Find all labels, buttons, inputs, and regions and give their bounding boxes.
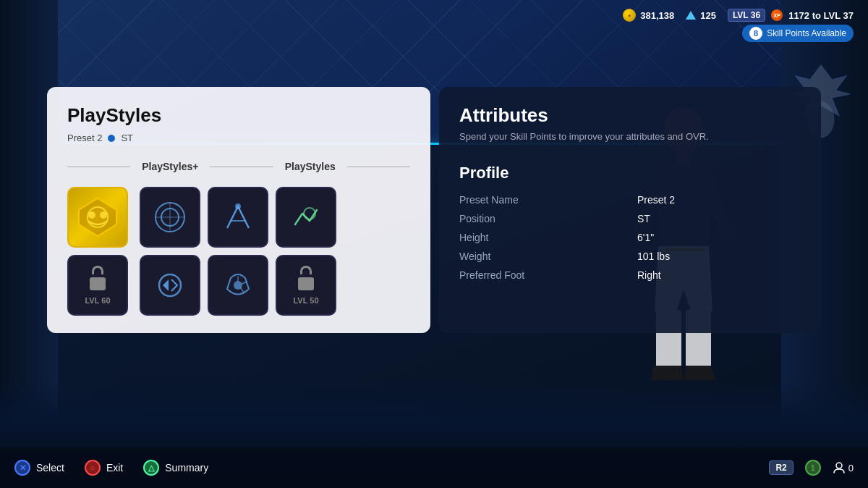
- triangle-button-icon: △: [143, 460, 159, 476]
- lock-body: [90, 277, 106, 290]
- playstyle-slot-1[interactable]: [140, 187, 200, 248]
- playstyles-panel: PlayStyles Preset 2 ST PlayStyles+ PlayS…: [47, 87, 430, 333]
- height-value: 6'1": [637, 232, 801, 243]
- divider-mid: [210, 167, 273, 167]
- triangle-icon: [686, 11, 696, 20]
- lock-body-6: [298, 277, 314, 290]
- bottom-right-controls: R2 1 0: [769, 460, 854, 476]
- x-button-icon: ✕: [14, 460, 30, 476]
- person-count: 0: [848, 463, 854, 474]
- triangle-currency: 125: [686, 10, 716, 21]
- person-icon: [833, 461, 846, 474]
- playstyle-slot-5[interactable]: [208, 255, 268, 316]
- level-badge: LVL 36: [728, 9, 765, 22]
- preset-name-value: Preset 2: [637, 194, 801, 206]
- playstyle-plus-slot-1[interactable]: [67, 187, 128, 248]
- svg-point-10: [88, 211, 95, 219]
- divider-right: [347, 167, 410, 167]
- skill-points-badge: 8 Skill Points Available: [742, 25, 854, 42]
- weight-value: 101 lbs: [637, 251, 801, 262]
- level-info: LVL 36 XP 1172 to LVL 37: [728, 9, 854, 22]
- preferred-foot-value: Right: [637, 269, 801, 281]
- coin-amount: 381,138: [640, 10, 674, 21]
- triangle-amount: 125: [700, 10, 716, 21]
- preferred-foot-label: Preferred Foot: [459, 269, 623, 281]
- currency-row: ● 381,138 125 LVL 36 XP 1172 to LVL 37: [623, 9, 854, 22]
- svg-point-14: [235, 203, 241, 209]
- r2-badge: R2: [769, 460, 793, 475]
- xp-text: 1172 to LVL 37: [788, 10, 854, 21]
- skill-points-row: 8 Skill Points Available: [742, 25, 854, 42]
- circle-count-badge: 1: [805, 460, 821, 476]
- lock-icon-slot6: LVL 50: [293, 266, 318, 305]
- exit-label: Exit: [106, 462, 123, 474]
- select-action[interactable]: ✕ Select: [14, 460, 64, 476]
- categories-row: PlayStyles+ PlayStyles: [67, 161, 410, 172]
- profile-grid: Preset Name Preset 2 Position ST Height …: [459, 194, 801, 281]
- playstyles-col: LVL 50: [140, 187, 336, 316]
- playstyle-slot-4[interactable]: [140, 255, 200, 316]
- attributes-panel: Attributes Spend your Skill Points to im…: [439, 87, 821, 333]
- svg-point-18: [836, 463, 842, 468]
- svg-marker-8: [79, 198, 116, 236]
- skill-points-number: 8: [749, 27, 762, 40]
- attributes-subtitle: Spend your Skill Points to improve your …: [459, 131, 801, 142]
- height-label: Height: [459, 232, 623, 243]
- coin-currency: ● 381,138: [623, 9, 674, 22]
- divider-left-plus: [67, 167, 130, 167]
- playstyles-title: PlayStyles: [67, 104, 410, 127]
- position-label: ST: [121, 132, 133, 143]
- preset-name-label: Preset Name: [459, 194, 623, 206]
- playstyles-plus-col: LVL 60: [67, 187, 128, 316]
- preset-label: Preset 2: [67, 132, 102, 143]
- playstyle-slot-2[interactable]: [208, 187, 268, 248]
- bottom-bar: ✕ Select ○ Exit △ Summary R2 1 0: [0, 447, 868, 488]
- lock-level-text: LVL 60: [85, 296, 110, 305]
- playstyle-slot-6[interactable]: LVL 50: [276, 255, 336, 316]
- top-hud: ● 381,138 125 LVL 36 XP 1172 to LVL 37 8…: [623, 9, 854, 42]
- weight-label: Weight: [459, 251, 623, 262]
- svg-point-11: [100, 211, 107, 219]
- main-panels: PlayStyles Preset 2 ST PlayStyles+ PlayS…: [47, 87, 821, 333]
- lock-shackle-6: [300, 266, 312, 274]
- lock-shackle: [92, 266, 103, 274]
- preset-row: Preset 2 ST: [67, 132, 410, 143]
- summary-label: Summary: [165, 462, 208, 474]
- position-field-label: Position: [459, 213, 623, 224]
- playstyle-slot-3[interactable]: [276, 187, 336, 248]
- xp-icon: XP: [771, 9, 783, 21]
- attributes-title: Attributes: [459, 104, 801, 127]
- summary-action[interactable]: △ Summary: [143, 460, 208, 476]
- lock-level-text-6: LVL 50: [293, 296, 318, 305]
- coin-icon: ●: [623, 9, 636, 22]
- o-button-icon: ○: [85, 460, 101, 476]
- position-field-value: ST: [637, 213, 801, 224]
- exit-action[interactable]: ○ Exit: [85, 460, 123, 476]
- playstyles-label: PlayStyles: [273, 161, 347, 172]
- person-badge: 0: [833, 461, 854, 474]
- preset-dot: [108, 135, 115, 142]
- playstyle-plus-slot-2[interactable]: LVL 60: [67, 255, 128, 316]
- skill-points-label: Skill Points Available: [767, 28, 846, 38]
- select-label: Select: [36, 462, 64, 474]
- icons-grid: LVL 60: [67, 187, 410, 316]
- playstyles-plus-label: PlayStyles+: [130, 161, 210, 172]
- profile-section-title: Profile: [459, 164, 801, 182]
- lock-icon-slot2: LVL 60: [85, 266, 110, 305]
